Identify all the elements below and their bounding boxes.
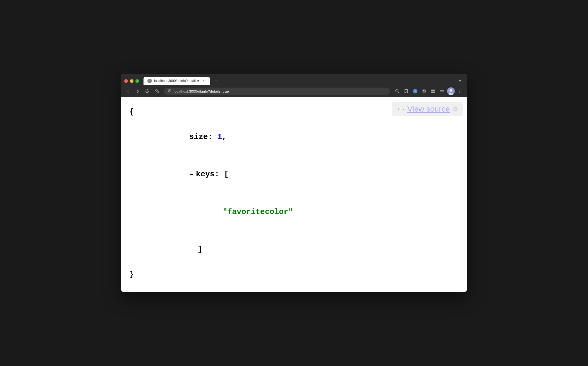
json-array-close: ] [197, 245, 202, 254]
tab-favicon [147, 79, 152, 83]
minimize-traffic-light[interactable] [130, 79, 133, 83]
overflow-menu-icon[interactable] [456, 77, 464, 85]
profile-avatar[interactable] [447, 87, 455, 95]
security-icon [168, 89, 171, 93]
url-protocol: localhost: [174, 89, 189, 93]
maximize-traffic-light[interactable] [135, 79, 139, 83]
forward-button[interactable] [134, 87, 142, 95]
menu-button[interactable] [456, 87, 464, 95]
svg-rect-13 [431, 92, 433, 93]
zoom-in-button[interactable]: + [397, 106, 400, 112]
svg-line-6 [398, 92, 399, 93]
view-source-link[interactable]: View source [407, 105, 450, 114]
extensions-icon[interactable] [429, 87, 437, 95]
back-button[interactable] [124, 87, 132, 95]
json-size-value: 1 [217, 133, 222, 141]
svg-text:i: i [415, 90, 416, 93]
tab-close-button[interactable]: × [202, 79, 206, 83]
json-content: { size: 1, –keys: [ "favoritecolor" ] } [129, 103, 459, 281]
close-traffic-light[interactable] [124, 79, 128, 83]
search-icon[interactable] [393, 87, 401, 95]
media-icon[interactable] [438, 87, 446, 95]
json-close-brace: } [129, 268, 459, 281]
svg-marker-7 [405, 90, 408, 93]
url-display: localhost:3000/dbinfo?details=true [174, 89, 386, 93]
browser-chrome: localhost:3000/dbinfo?details= × + [121, 74, 467, 97]
json-keys-key: keys [196, 170, 214, 179]
settings-gear-icon[interactable]: ⚙ [453, 105, 458, 113]
json-array-close-line: ] [129, 231, 459, 268]
new-tab-button[interactable]: + [212, 77, 220, 85]
svg-point-23 [460, 92, 460, 93]
svg-rect-3 [458, 81, 462, 81]
svg-point-19 [450, 89, 452, 92]
browser-window: localhost:3000/dbinfo?details= × + [121, 74, 467, 292]
toolbar-right-icons: i [393, 87, 464, 95]
active-tab[interactable]: localhost:3000/dbinfo?details= × [144, 77, 210, 85]
svg-rect-11 [431, 90, 433, 91]
json-viewer-toolbar: + - View source ⚙ [392, 102, 463, 116]
traffic-lights [124, 79, 139, 83]
browser-toolbar: localhost:3000/dbinfo?details=true [121, 85, 467, 97]
svg-rect-12 [433, 90, 435, 91]
tab-bar: localhost:3000/dbinfo?details= × + [121, 74, 467, 85]
zoom-out-button[interactable]: - [403, 106, 405, 112]
tab-title: localhost:3000/dbinfo?details= [154, 79, 199, 83]
json-keys-line: –keys: [ [129, 156, 459, 193]
svg-point-22 [460, 91, 460, 92]
json-size-line: size: 1, [129, 118, 459, 156]
json-array-open: [ [224, 170, 229, 179]
url-path: 3000/dbinfo?details=true [189, 89, 229, 93]
json-keys-item-line: "favoritecolor" [129, 193, 459, 231]
content-area: + - View source ⚙ { size: 1, –keys: [ "f… [121, 97, 467, 292]
collapse-keys-button[interactable]: – [189, 168, 195, 181]
sync-icon[interactable] [420, 87, 428, 95]
shield-icon[interactable]: i [411, 87, 419, 95]
address-bar[interactable]: localhost:3000/dbinfo?details=true [164, 88, 390, 95]
svg-rect-14 [433, 92, 435, 93]
home-button[interactable] [153, 87, 161, 95]
json-size-key: size [189, 133, 208, 141]
svg-point-21 [460, 90, 460, 90]
reload-button[interactable] [143, 87, 151, 95]
bookmark-icon[interactable] [402, 87, 410, 95]
json-keys-item: "favoritecolor" [223, 208, 293, 216]
